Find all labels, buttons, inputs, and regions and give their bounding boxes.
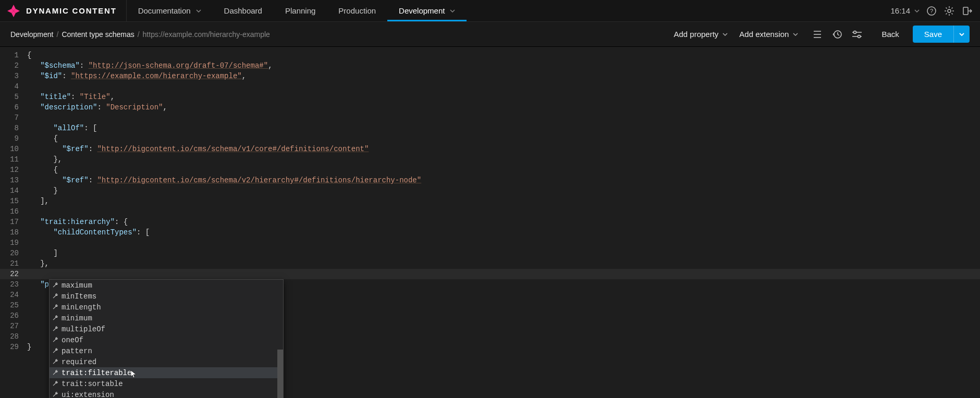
nav-development-label: Development	[399, 6, 445, 15]
save-group: Save	[913, 26, 970, 43]
breadcrumb-sep: /	[57, 30, 59, 39]
history-icon[interactable]	[831, 29, 843, 40]
top-nav: DYNAMIC CONTENT Documentation Dashboard …	[0, 0, 980, 22]
toolbar-right: Add property Add extension Back Save	[670, 26, 970, 43]
nav-production-label: Production	[338, 6, 376, 15]
nav-development[interactable]: Development	[387, 0, 467, 21]
autocomplete-item-label: oneOf	[62, 336, 83, 344]
autocomplete-item-label: ui:extension	[62, 391, 114, 399]
autocomplete-item-label: minItems	[62, 292, 96, 301]
autocomplete-scrollthumb[interactable]	[277, 350, 283, 398]
nav-production[interactable]: Production	[327, 0, 387, 21]
autocomplete-item[interactable]: pattern	[50, 345, 283, 356]
chevron-down-icon	[914, 8, 920, 14]
wrench-icon	[51, 358, 59, 365]
autocomplete-item[interactable]: oneOf	[50, 334, 283, 345]
nav-documentation[interactable]: Documentation	[127, 0, 213, 21]
wrench-icon	[51, 326, 59, 332]
breadcrumb: Development / Content type schemas / htt…	[10, 30, 270, 39]
autocomplete-item-label: trait:sortable	[62, 380, 123, 388]
save-dropdown[interactable]	[953, 26, 970, 43]
line-gutter: 1234567891011121314151617181920212223242…	[0, 47, 26, 398]
clock[interactable]: 16:14	[890, 6, 920, 15]
wrench-icon	[51, 293, 59, 300]
nav-planning-label: Planning	[285, 6, 315, 15]
wrench-icon	[51, 304, 59, 310]
autocomplete-popup[interactable]: maximumminItemsminLengthminimummultipleO…	[49, 279, 284, 398]
brand-text: DYNAMIC CONTENT	[26, 6, 117, 15]
wrench-icon	[51, 369, 59, 376]
back-button[interactable]: Back	[873, 30, 907, 39]
chevron-down-icon	[722, 32, 728, 37]
chevron-down-icon	[450, 8, 455, 14]
nav-documentation-label: Documentation	[138, 6, 191, 15]
autocomplete-item[interactable]: trait:filterable	[50, 367, 283, 378]
nav-planning[interactable]: Planning	[274, 0, 327, 21]
settings-sliders-icon[interactable]	[851, 29, 863, 40]
logo-area: DYNAMIC CONTENT	[0, 0, 127, 21]
wrench-icon	[51, 337, 59, 343]
gear-icon[interactable]	[944, 5, 955, 17]
autocomplete-item[interactable]: minLength	[50, 302, 283, 313]
nav-dashboard[interactable]: Dashboard	[213, 0, 274, 21]
breadcrumb-1[interactable]: Development	[10, 30, 54, 39]
autocomplete-item-label: multipleOf	[62, 325, 105, 333]
autocomplete-item[interactable]: trait:sortable	[50, 378, 283, 389]
wrench-icon	[51, 282, 59, 289]
autocomplete-item[interactable]: minItems	[50, 291, 283, 302]
clock-time: 16:14	[890, 6, 910, 15]
wrench-icon	[51, 347, 59, 354]
save-button[interactable]: Save	[913, 26, 953, 43]
autocomplete-item[interactable]: required	[50, 356, 283, 367]
svg-text:?: ?	[930, 8, 933, 14]
wrench-icon	[51, 380, 59, 387]
wrench-icon	[51, 315, 59, 321]
autocomplete-item[interactable]: maximum	[50, 280, 283, 291]
top-right: 16:14 ?	[890, 5, 980, 17]
secondary-toolbar: Development / Content type schemas / htt…	[0, 22, 980, 47]
autocomplete-item-label: trait:filterable	[62, 369, 131, 377]
autocomplete-item[interactable]: multipleOf	[50, 324, 283, 334]
breadcrumb-sep: /	[138, 30, 140, 39]
autocomplete-item[interactable]: minimum	[50, 313, 283, 324]
svg-point-9	[854, 31, 856, 33]
code-editor[interactable]: 1234567891011121314151617181920212223242…	[0, 47, 980, 398]
add-extension-button[interactable]: Add extension	[736, 27, 801, 42]
help-icon[interactable]: ?	[926, 5, 937, 17]
svg-point-6	[948, 9, 951, 13]
chevron-down-icon	[793, 32, 798, 37]
autocomplete-item-label: minimum	[62, 314, 92, 322]
logout-icon[interactable]	[961, 5, 973, 17]
format-icon[interactable]	[812, 29, 823, 40]
wrench-icon	[51, 391, 59, 398]
autocomplete-item-label: required	[62, 358, 96, 366]
breadcrumb-3: https://example.com/hierarchy-example	[143, 30, 270, 39]
autocomplete-item-label: maximum	[62, 281, 92, 290]
add-property-label: Add property	[673, 30, 718, 39]
autocomplete-item-label: pattern	[62, 347, 92, 355]
nav-dashboard-label: Dashboard	[224, 6, 262, 15]
logo-icon	[6, 4, 21, 18]
add-extension-label: Add extension	[739, 30, 789, 39]
chevron-down-icon	[196, 8, 201, 14]
svg-rect-7	[963, 7, 968, 15]
add-property-button[interactable]: Add property	[670, 27, 731, 42]
autocomplete-item[interactable]: ui:extension	[50, 389, 283, 398]
autocomplete-scrollbar[interactable]	[277, 280, 283, 398]
autocomplete-item-label: minLength	[62, 303, 101, 312]
tool-icons	[812, 29, 863, 40]
breadcrumb-2[interactable]: Content type schemas	[62, 30, 134, 39]
svg-point-10	[858, 35, 861, 38]
nav-links: Documentation Dashboard Planning Product…	[127, 0, 467, 21]
